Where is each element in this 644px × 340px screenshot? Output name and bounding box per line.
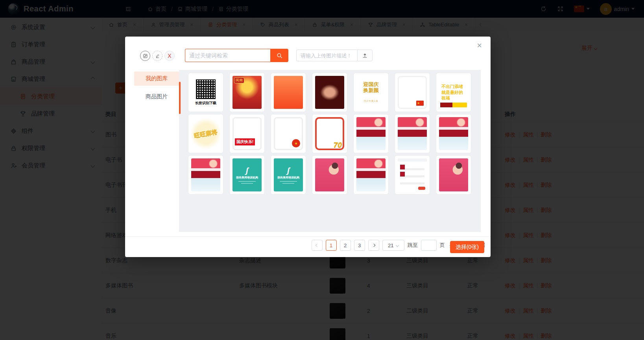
gallery-image-card[interactable]: 70 (312, 114, 347, 153)
edit-square-icon[interactable] (140, 51, 150, 61)
gallery-image: 不出门添堵就是最好的祝福 (439, 76, 468, 109)
gallery-image (439, 158, 468, 191)
gallery-image: 国庆快乐! (233, 117, 262, 150)
gallery-image-card[interactable]: 国庆快乐! (229, 114, 265, 153)
upload-description-input[interactable] (296, 50, 357, 61)
clear-icon[interactable]: X (164, 51, 175, 61)
gallery-image-card[interactable]: ʃ崇尚美邦培训机构 (229, 155, 265, 195)
gallery-image: 迎国庆换新颜国庆专属头像 (356, 76, 386, 109)
image-grid: 长按识别下载闽南迎国庆换新颜国庆专属头像★不出门添堵就是最好的祝福旺旺麻将国庆快… (179, 70, 481, 232)
gallery-image-card[interactable]: 迎国庆换新颜国庆专属头像 (353, 73, 389, 112)
upload-button[interactable] (357, 50, 373, 61)
gallery-image (356, 117, 386, 150)
gallery-image (191, 158, 220, 191)
gallery-image: 70 (315, 117, 344, 150)
gallery-image-card[interactable] (312, 73, 347, 112)
gallery-image-card[interactable] (436, 114, 471, 153)
gallery-image: 闽南 (233, 76, 262, 109)
gallery-image-card[interactable] (353, 155, 389, 195)
gallery-image-card[interactable]: ★ (395, 73, 430, 112)
gallery-image (315, 76, 344, 109)
image-picker-modal: × X 我的图库商品图片 长按识别下载闽南迎国庆换新颜国庆专属头像★不出门添堵就… (125, 37, 491, 257)
gallery-image-card[interactable] (312, 155, 347, 195)
gallery-image-card[interactable] (271, 73, 306, 112)
gallery-image-card[interactable]: 闽南 (229, 73, 265, 112)
app-root: React Admin 首页/商城管理/分类管理 a admin 系统设置订单管… (0, 0, 644, 340)
gallery-image: ★ (274, 117, 303, 150)
gallery-image: ʃ崇尚美邦培训机构 (233, 158, 262, 191)
gallery-image (398, 117, 427, 150)
pen-icon[interactable] (152, 51, 162, 61)
gallery-tabs: 我的图库商品图片 (134, 70, 179, 232)
gallery-tab[interactable]: 商品图片 (134, 90, 179, 104)
gallery-image-card[interactable]: 不出门添堵就是最好的祝福 (436, 73, 471, 112)
gallery-image (274, 76, 303, 109)
gallery-image-card[interactable]: 旺旺麻将 (188, 114, 223, 153)
gallery-image: ★ (398, 76, 427, 109)
gallery-image: 旺旺麻将 (191, 117, 220, 150)
gallery-image (398, 158, 427, 191)
gallery-tab[interactable]: 我的图库 (134, 72, 179, 86)
gallery-image-card[interactable] (395, 155, 430, 195)
gallery-image-card[interactable] (395, 114, 430, 153)
gallery-image-card[interactable]: ★ (271, 114, 306, 153)
modal-footer: 选择(0张) (125, 236, 491, 257)
gallery-image-card[interactable] (188, 155, 223, 195)
keyword-search-input[interactable] (185, 49, 270, 62)
gallery-image: ʃ崇尚美邦培训机构 (274, 158, 303, 191)
gallery-image (315, 158, 344, 191)
gallery-image (356, 158, 386, 191)
gallery-image-card[interactable]: 长按识别下载 (188, 73, 223, 112)
gallery-image (439, 117, 468, 150)
gallery-image: 长按识别下载 (191, 76, 220, 109)
gallery-image-card[interactable] (436, 155, 471, 195)
close-icon[interactable]: × (477, 41, 482, 50)
select-images-button[interactable]: 选择(0张) (450, 241, 484, 253)
gallery: 我的图库商品图片 长按识别下载闽南迎国庆换新颜国庆专属头像★不出门添堵就是最好的… (134, 70, 481, 232)
scrollbar-thumb[interactable] (179, 82, 181, 114)
search-button[interactable] (270, 49, 288, 62)
gallery-image-card[interactable]: ʃ崇尚美邦培训机构 (271, 155, 306, 195)
gallery-image-card[interactable] (353, 114, 389, 153)
